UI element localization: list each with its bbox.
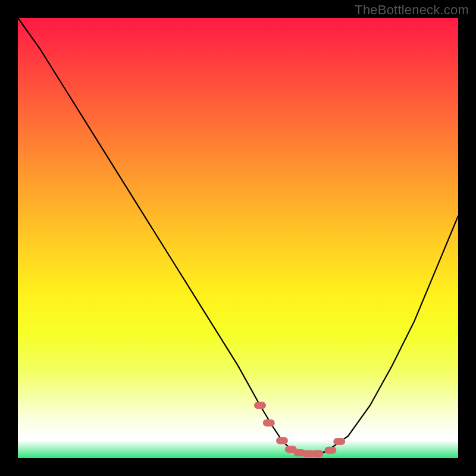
bottleneck-curve: [18, 18, 458, 454]
optimal-marker: [276, 437, 288, 444]
bottleneck-chart: [18, 18, 458, 458]
optimal-range-markers: [254, 402, 345, 457]
plot-area: [18, 18, 458, 458]
optimal-marker: [333, 438, 345, 445]
optimal-marker: [311, 450, 323, 458]
watermark-text: TheBottleneck.com: [355, 2, 469, 18]
optimal-marker: [263, 419, 275, 427]
optimal-marker: [254, 402, 266, 409]
optimal-marker: [324, 447, 336, 454]
chart-frame: TheBottleneck.com: [0, 0, 476, 476]
